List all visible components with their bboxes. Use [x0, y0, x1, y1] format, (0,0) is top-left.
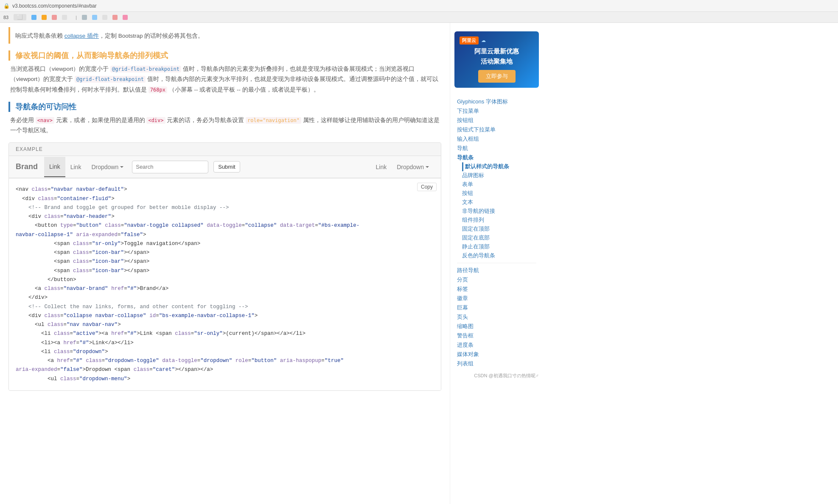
copy-button[interactable]: Copy — [417, 183, 437, 191]
sidebar-link-inputgroup[interactable]: 输入框组 — [457, 134, 536, 144]
bookmark-sep: | — [76, 15, 77, 20]
sidebar-sublink-text[interactable]: 文本 — [462, 198, 536, 207]
main-wrapper: 响应式导航条依赖 collapse 插件，定制 Bootstrap 的话时候必将… — [0, 23, 838, 504]
navbar-right-link[interactable]: Link — [370, 157, 392, 177]
sidebar-sublink-brand[interactable]: 品牌图标 — [462, 171, 536, 180]
bottom-note: CSDN @初遇我口寸の热情呢♂ — [450, 371, 543, 381]
bookmark-colored-5[interactable] — [82, 15, 87, 20]
url-text: v3.bootcss.com/components/#navbar — [12, 3, 97, 9]
code-line-7: <span class="sr-only">Toggle navigation<… — [16, 239, 434, 248]
ali-slogan: ☁ — [481, 38, 486, 43]
section1-text: 响应式导航条依赖 collapse 插件，定制 Bootstrap 的话时候必将… — [8, 27, 441, 44]
code-line-16: <div class="collapse navbar-collapse" id… — [16, 312, 434, 320]
sidebar-link-media[interactable]: 媒体对象 — [457, 350, 536, 359]
search-input[interactable] — [132, 161, 208, 173]
content-area: 响应式导航条依赖 collapse 插件，定制 Bootstrap 的话时候必将… — [0, 23, 450, 504]
code-line-11: </button> — [16, 276, 434, 284]
right-sidebar: 阿里云 ☁ 阿里云最新优惠活动聚集地 立即参与 Glyphicons 字体图标 … — [450, 23, 543, 504]
sidebar-sublink-statictop[interactable]: 静止在顶部 — [462, 242, 536, 251]
bookmark-colored-3[interactable] — [52, 15, 57, 20]
sidebar-link-btngroup[interactable]: 按钮组 — [457, 116, 536, 125]
sidebar-section-main: Glyphicons 字体图标 下拉菜单 按钮组 按钮式下拉菜单 输入框组 导航… — [450, 95, 543, 371]
caret-icon-2 — [426, 166, 429, 168]
sidebar-link-glyphicons[interactable]: Glyphicons 字体图标 — [457, 97, 536, 106]
code-line-1: <nav class="navbar navbar-default"> — [16, 185, 434, 194]
code-line-12: <a class="navbar-brand" href="#">Brand</… — [16, 284, 434, 293]
sidebar-sublink-fixedbottom[interactable]: 固定在底部 — [462, 234, 536, 242]
bookmark-colored-4[interactable] — [62, 15, 67, 20]
sidebar-link-progressbars[interactable]: 进度条 — [457, 340, 536, 350]
bookmark-colored-6[interactable] — [92, 15, 97, 20]
divider — [457, 263, 536, 263]
section3-heading: 导航条的可访问性 — [8, 102, 441, 112]
sidebar-link-thumbnails[interactable]: 缩略图 — [457, 322, 536, 331]
code-line-5: <button type="button" class="navbar-togg… — [16, 221, 434, 230]
code-line-23: <ul class="dropdown-menu"> — [16, 375, 434, 384]
code-block: Copy <nav class="navbar navbar-default">… — [9, 178, 441, 390]
code-line-22: aria-expanded="false">Dropdown <span cla… — [16, 365, 434, 374]
section2-heading: 修改视口的阈值，从而影响导航条的排列模式 — [8, 50, 441, 61]
sidebar-link-btndropdown[interactable]: 按钮式下拉菜单 — [457, 125, 536, 134]
navbar-search — [132, 161, 208, 173]
sidebar-link-navbar[interactable]: 导航条 — [457, 153, 536, 162]
sidebar-link-jumbotron[interactable]: 巨幕 — [457, 303, 536, 312]
code-line-21: <a href="#" class="dropdown-toggle" data… — [16, 356, 434, 365]
example-box: EXAMPLE Brand Link Link Dropdown Submit … — [8, 142, 441, 391]
code-line-4: <div class="navbar-header"> — [16, 212, 434, 221]
bookmark-colored-7[interactable] — [102, 15, 107, 20]
code-line-15: <!-- Collect the nav links, forms, and o… — [16, 303, 434, 312]
code-line-6: navbar-collapse-1" aria-expanded="false"… — [16, 231, 434, 239]
navbar-brand[interactable]: Brand — [16, 156, 44, 178]
sidebar-sublink-btn[interactable]: 按钮 — [462, 189, 536, 198]
sidebar-link-dropdown[interactable]: 下拉菜单 — [457, 106, 536, 116]
navbar-right-links: Link Dropdown — [370, 157, 434, 177]
example-label: EXAMPLE — [9, 143, 441, 156]
code-line-13: </div> — [16, 293, 434, 302]
sidebar-link-pagination[interactable]: 分页 — [457, 275, 536, 284]
sidebar-link-nav[interactable]: 导航 — [457, 144, 536, 153]
navbar-dropdown-1[interactable]: Dropdown — [86, 157, 129, 177]
code-line-10: <span class="icon-bar"></span> — [16, 267, 434, 276]
ad-title: 阿里云最新优惠活动聚集地 — [460, 46, 534, 67]
navbar-link-2[interactable]: Link — [65, 157, 87, 177]
section2-body: 当浏览器视口（viewport）的宽度小于 @grid-float-breakp… — [8, 64, 441, 95]
bookmark-colored-8[interactable] — [112, 15, 118, 20]
navbar-demo: Brand Link Link Dropdown Submit Link Dro… — [9, 156, 441, 178]
code-line-3: <!-- Brand and toggle get grouped for be… — [16, 203, 434, 212]
navbar-link-1[interactable]: Link — [44, 157, 65, 177]
bookmark-colored-9[interactable] — [123, 15, 128, 20]
lock-icon: 🔒 — [3, 3, 10, 9]
section3-body: 务必使用 <nav> 元素，或者，如果使用的是通用的 <div> 元素的话，务必… — [8, 115, 441, 136]
sidebar-sublink-componentarr[interactable]: 组件排列 — [462, 216, 536, 225]
sidebar-link-breadcrumb[interactable]: 路径导航 — [457, 266, 536, 275]
ali-logo: 阿里云 ☁ — [460, 36, 534, 45]
code-line-19: <li><a href="#">Link</a></li> — [16, 339, 434, 348]
navbar-right-dropdown[interactable]: Dropdown — [392, 157, 434, 177]
sidebar-submenu: 默认样式的导航条 品牌图标 表单 按钮 文本 非导航的链接 组件排列 固定在顶部… — [457, 162, 536, 260]
address-bar: 🔒 v3.bootcss.com/components/#navbar — [0, 0, 838, 12]
code-line-17: <ul class="nav navbar-nav"> — [16, 320, 434, 329]
bookmark-colored-1[interactable] — [31, 15, 36, 20]
bookmark-colored-2[interactable] — [42, 15, 47, 20]
code-line-2: <div class="container-fluid"> — [16, 195, 434, 203]
sidebar-link-labels[interactable]: 标签 — [457, 284, 536, 294]
sidebar-link-alerts[interactable]: 警告框 — [457, 331, 536, 340]
code-line-18: <li class="active"><a href="#">Link <spa… — [16, 329, 434, 338]
code-line-20: <li class="dropdown"> — [16, 348, 434, 356]
sidebar-sublink-fixedtop[interactable]: 固定在顶部 — [462, 225, 536, 234]
sidebar-sublink-default[interactable]: 默认样式的导航条 — [462, 162, 536, 171]
ad-participate-button[interactable]: 立即参与 — [478, 70, 516, 83]
sidebar-sublink-form[interactable]: 表单 — [462, 180, 536, 189]
sidebar-link-listgroup[interactable]: 列表组 — [457, 359, 536, 368]
sidebar-sublink-nonnavlink[interactable]: 非导航的链接 — [462, 207, 536, 216]
sidebar-link-pageheader[interactable]: 页头 — [457, 312, 536, 322]
bookmark-item[interactable]: ⬜ — [14, 14, 26, 20]
sidebar-sublink-inverse[interactable]: 反色的导航条 — [462, 251, 536, 260]
ad-banner: 阿里云 ☁ 阿里云最新优惠活动聚集地 立即参与 — [454, 31, 539, 88]
sidebar-link-badges[interactable]: 徽章 — [457, 294, 536, 303]
bookmark-number: 83 — [3, 15, 8, 20]
bookmark-bar: 83 ⬜ | — [0, 12, 838, 23]
code-line-9: <span class="icon-bar"></span> — [16, 257, 434, 266]
collapse-link[interactable]: collapse 插件 — [64, 33, 99, 39]
submit-button[interactable]: Submit — [213, 161, 240, 173]
